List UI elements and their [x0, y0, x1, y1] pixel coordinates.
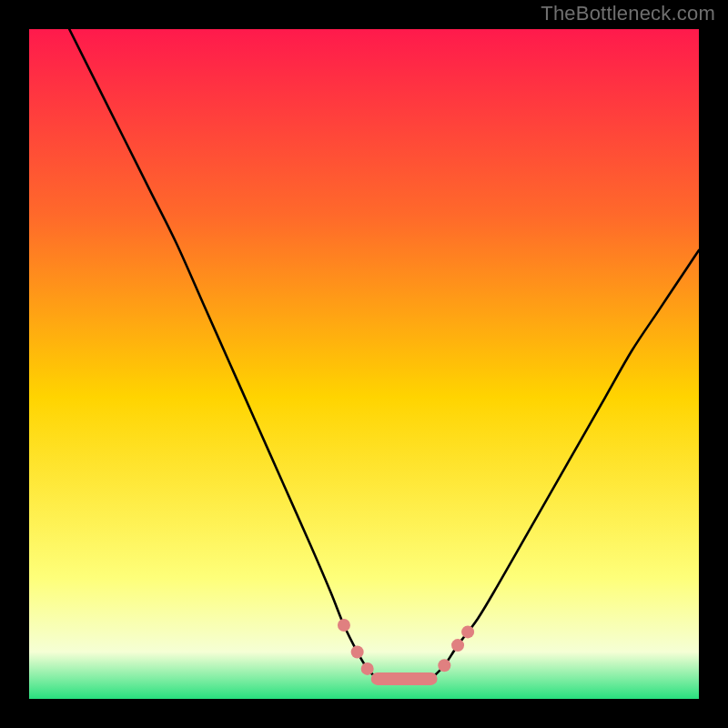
- chart-svg: [29, 29, 699, 699]
- chart-frame: TheBottleneck.com: [0, 0, 728, 728]
- marker-dot: [461, 625, 474, 638]
- marker-dot: [438, 659, 450, 672]
- marker-dot: [351, 645, 364, 658]
- marker-dot: [361, 662, 374, 675]
- attribution-text: TheBottleneck.com: [541, 2, 715, 25]
- marker-dot: [338, 619, 350, 632]
- chart-plot: [29, 29, 699, 699]
- marker-bar: [371, 672, 438, 685]
- gradient-background: [29, 29, 699, 699]
- marker-dot: [451, 639, 464, 652]
